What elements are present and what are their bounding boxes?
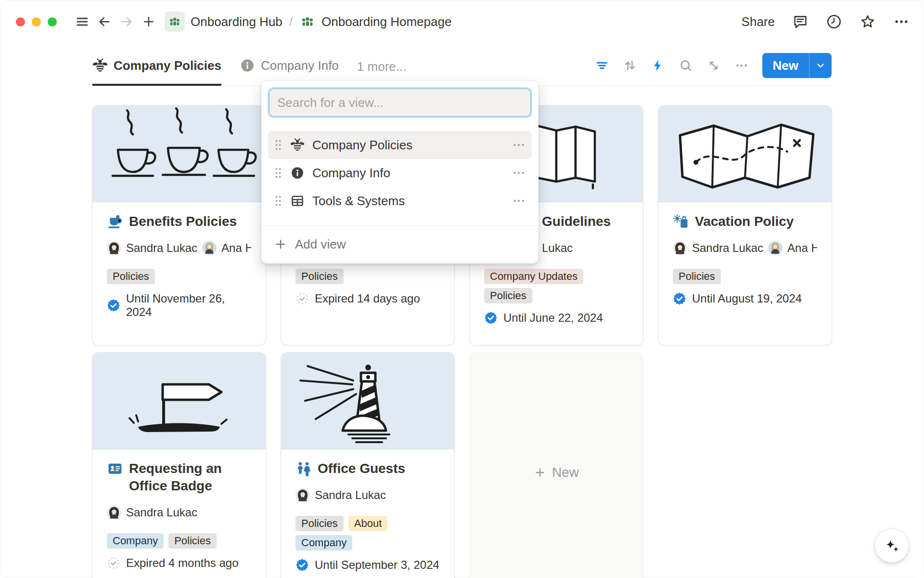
tab-label: Company Policies <box>114 58 221 73</box>
status-text: Until September 3, 2024 <box>315 558 439 572</box>
view-options-button[interactable] <box>731 54 753 77</box>
person-name: Sandra Lukac <box>126 506 197 519</box>
view-menu-item-tools-systems[interactable]: Tools & Systems <box>268 187 532 215</box>
card-tags: Policies About <box>295 516 440 531</box>
close-button[interactable] <box>16 17 25 26</box>
tag-company-updates: Company Updates <box>484 269 583 284</box>
ellipsis-icon[interactable] <box>512 138 526 152</box>
tag-policies: Policies <box>168 533 217 549</box>
team-icon <box>299 13 316 30</box>
more-views-button[interactable]: 1 more... <box>357 45 407 86</box>
tag-about: About <box>348 516 388 531</box>
history-clock-button[interactable] <box>826 13 842 30</box>
card-body: Requesting an Office Badge Sandra Lukac … <box>92 449 266 578</box>
forward-button[interactable] <box>116 11 138 33</box>
verified-badge-icon <box>107 299 120 312</box>
view-menu-item-label: Company Policies <box>312 138 412 153</box>
sort-button[interactable] <box>619 54 641 77</box>
card-tags: Policies <box>295 269 440 284</box>
card-tags: Company Policies <box>107 533 251 549</box>
avatar-sandra-lukac <box>673 241 687 255</box>
card-office-guests[interactable]: Office Guests Sandra Lukac Policies Abou… <box>281 353 454 578</box>
drag-handle-icon[interactable] <box>274 167 282 179</box>
drag-handle-icon[interactable] <box>274 195 282 207</box>
status-text: Expired 14 days ago <box>315 292 420 305</box>
filter-button[interactable] <box>591 54 613 77</box>
card-people: Sandra Lukac Ana Ha <box>107 240 251 256</box>
view-search-input[interactable] <box>269 89 531 117</box>
add-view-button[interactable]: Add view <box>268 231 532 258</box>
breadcrumb-item-onboarding-homepage[interactable]: Onboarding Homepage <box>299 13 451 30</box>
coffee-cup-icon <box>107 213 123 230</box>
favorite-star-button[interactable] <box>860 13 876 30</box>
card-title: Office Guests <box>295 460 440 477</box>
plus-icon <box>534 466 546 479</box>
info-icon <box>240 58 255 73</box>
lightning-icon <box>651 58 665 73</box>
card-status: Until September 3, 2024 <box>295 558 440 572</box>
new-dropdown-button[interactable] <box>809 53 832 78</box>
card-cover <box>92 353 266 449</box>
card-status: Until August 19, 2024 <box>673 292 817 305</box>
card-title: Requesting an Office Badge <box>107 460 251 495</box>
ellipsis-icon[interactable] <box>512 194 526 208</box>
new-card-button[interactable]: New <box>470 353 643 578</box>
ai-assistant-button[interactable] <box>875 529 909 563</box>
window-titlebar: Onboarding Hub / Onboarding Homepage Sha… <box>0 0 924 43</box>
view-toolbar: New <box>591 45 832 86</box>
filter-icon <box>595 58 609 73</box>
view-menu-item-company-info[interactable]: Company Info <box>268 159 532 187</box>
avatar-sandra-lukac <box>107 505 121 520</box>
new-page-button[interactable] <box>138 11 160 33</box>
team-icon <box>165 12 185 32</box>
card-title-text: Vacation Policy <box>695 213 794 230</box>
tag-company: Company <box>295 535 352 551</box>
card-cover <box>92 105 266 202</box>
share-button[interactable]: Share <box>742 14 775 29</box>
verified-badge-icon <box>295 558 309 572</box>
card-requesting-office-badge[interactable]: Requesting an Office Badge Sandra Lukac … <box>92 353 266 578</box>
tab-company-info[interactable]: Company Info <box>240 45 339 86</box>
search-button[interactable] <box>675 54 697 77</box>
expand-view-button[interactable] <box>703 54 725 77</box>
view-menu-item-company-policies[interactable]: Company Policies <box>268 131 532 159</box>
card-tags: Company <box>295 535 440 551</box>
card-title-text: Office Guests <box>318 460 405 477</box>
card-vacation-policy[interactable]: Vacation Policy Sandra Lukac Ana Ha Poli… <box>658 105 832 345</box>
sidebar-menu-button[interactable] <box>71 11 93 33</box>
card-body: Vacation Policy Sandra Lukac Ana Ha Poli… <box>658 202 832 316</box>
zoom-button[interactable] <box>48 17 57 26</box>
card-benefits-policies[interactable]: Benefits Policies Sandra Lukac Ana Ha Po… <box>92 105 266 345</box>
id-badge-icon <box>107 460 123 477</box>
tag-policies: Policies <box>107 269 155 284</box>
new-card-label: New <box>552 465 579 480</box>
card-tags: Policies <box>107 269 251 284</box>
card-people: Sandra Lukac Ana Ha <box>673 240 817 256</box>
status-text: Until November 26, 2024 <box>126 292 251 319</box>
minimize-button[interactable] <box>32 17 41 26</box>
view-search <box>269 89 531 117</box>
comments-button[interactable] <box>792 13 808 30</box>
tag-policies: Policies <box>295 516 344 531</box>
hamburger-icon <box>75 14 90 29</box>
person-name: Ana Ha <box>787 241 817 255</box>
more-options-button[interactable] <box>893 13 910 30</box>
drag-handle-icon[interactable] <box>274 139 282 151</box>
breadcrumb-separator: / <box>288 14 294 29</box>
card-body: Benefits Policies Sandra Lukac Ana Ha Po… <box>92 202 266 329</box>
automations-button[interactable] <box>647 54 669 77</box>
breadcrumb-item-onboarding-hub[interactable]: Onboarding Hub <box>165 12 282 32</box>
plus-icon <box>141 14 156 29</box>
tab-company-policies[interactable]: Company Policies <box>92 45 221 86</box>
new-button-group: New <box>762 53 832 78</box>
card-status: Until June 22, 2024 <box>484 311 629 325</box>
avatar-ana <box>768 241 783 255</box>
new-button[interactable]: New <box>762 53 809 78</box>
tag-policies: Policies <box>673 269 721 284</box>
card-people: Sandra Lukac <box>107 504 251 521</box>
status-text: Until August 19, 2024 <box>692 292 802 305</box>
person-name: Sandra Lukac <box>126 241 197 255</box>
ellipsis-icon[interactable] <box>512 166 526 180</box>
tag-policies: Policies <box>484 288 532 303</box>
back-button[interactable] <box>93 11 116 33</box>
